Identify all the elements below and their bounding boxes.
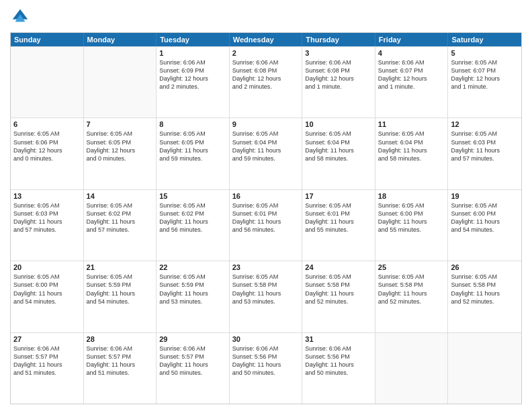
calendar-body: 1Sunrise: 6:06 AMSunset: 6:09 PMDaylight… <box>11 46 521 404</box>
header-day-tuesday: Tuesday <box>157 33 230 46</box>
day-number: 16 <box>232 192 300 200</box>
day-number: 26 <box>451 263 519 271</box>
calendar-cell: 16Sunrise: 6:05 AMSunset: 6:01 PMDayligh… <box>230 190 303 261</box>
day-number: 8 <box>159 120 226 128</box>
calendar-cell: 6Sunrise: 6:05 AMSunset: 6:06 PMDaylight… <box>11 118 84 189</box>
cell-sun-info: Sunrise: 6:06 AMSunset: 5:57 PMDaylight:… <box>13 345 81 377</box>
calendar-week-2: 6Sunrise: 6:05 AMSunset: 6:06 PMDaylight… <box>11 118 521 189</box>
calendar-cell <box>448 333 521 404</box>
day-number: 3 <box>305 49 372 57</box>
header-day-wednesday: Wednesday <box>230 33 303 46</box>
header-day-monday: Monday <box>84 33 157 46</box>
calendar-cell: 11Sunrise: 6:05 AMSunset: 6:04 PMDayligh… <box>375 118 449 189</box>
day-number: 31 <box>305 335 372 343</box>
logo <box>10 7 33 27</box>
cell-sun-info: Sunrise: 6:05 AMSunset: 5:58 PMDaylight:… <box>305 273 372 306</box>
calendar-cell: 1Sunrise: 6:06 AMSunset: 6:09 PMDaylight… <box>157 47 230 118</box>
day-number: 11 <box>378 120 445 128</box>
calendar-cell: 27Sunrise: 6:06 AMSunset: 5:57 PMDayligh… <box>11 333 84 404</box>
calendar-cell: 25Sunrise: 6:05 AMSunset: 5:58 PMDayligh… <box>375 261 449 332</box>
cell-sun-info: Sunrise: 6:05 AMSunset: 6:04 PMDaylight:… <box>305 130 372 163</box>
cell-sun-info: Sunrise: 6:05 AMSunset: 6:05 PMDaylight:… <box>87 130 154 163</box>
header-day-sunday: Sunday <box>11 33 84 46</box>
header-day-friday: Friday <box>375 33 449 46</box>
cell-sun-info: Sunrise: 6:06 AMSunset: 6:07 PMDaylight:… <box>378 58 445 91</box>
day-number: 19 <box>451 192 519 200</box>
day-number: 30 <box>232 335 300 343</box>
cell-sun-info: Sunrise: 6:05 AMSunset: 6:04 PMDaylight:… <box>378 130 445 163</box>
calendar-cell: 4Sunrise: 6:06 AMSunset: 6:07 PMDaylight… <box>375 47 449 118</box>
cell-sun-info: Sunrise: 6:05 AMSunset: 6:01 PMDaylight:… <box>305 201 372 234</box>
day-number: 15 <box>159 192 226 200</box>
calendar-cell: 20Sunrise: 6:05 AMSunset: 6:00 PMDayligh… <box>11 261 84 332</box>
day-number: 1 <box>159 49 226 57</box>
cell-sun-info: Sunrise: 6:06 AMSunset: 6:09 PMDaylight:… <box>159 58 226 91</box>
day-number: 10 <box>305 120 372 128</box>
cell-sun-info: Sunrise: 6:06 AMSunset: 6:08 PMDaylight:… <box>232 58 300 91</box>
calendar-cell: 26Sunrise: 6:05 AMSunset: 5:58 PMDayligh… <box>448 261 521 332</box>
calendar-cell: 31Sunrise: 6:06 AMSunset: 5:56 PMDayligh… <box>302 333 375 404</box>
calendar-cell: 21Sunrise: 6:05 AMSunset: 5:59 PMDayligh… <box>84 261 157 332</box>
calendar-cell: 30Sunrise: 6:06 AMSunset: 5:56 PMDayligh… <box>230 333 303 404</box>
day-number: 13 <box>13 192 81 200</box>
calendar-cell: 10Sunrise: 6:05 AMSunset: 6:04 PMDayligh… <box>302 118 375 189</box>
day-number: 18 <box>378 192 445 200</box>
cell-sun-info: Sunrise: 6:05 AMSunset: 5:58 PMDaylight:… <box>378 273 445 306</box>
calendar-cell: 18Sunrise: 6:05 AMSunset: 6:00 PMDayligh… <box>375 190 449 261</box>
cell-sun-info: Sunrise: 6:05 AMSunset: 6:02 PMDaylight:… <box>87 201 154 234</box>
cell-sun-info: Sunrise: 6:06 AMSunset: 5:57 PMDaylight:… <box>87 345 154 377</box>
day-number: 22 <box>159 263 226 271</box>
calendar-cell: 7Sunrise: 6:05 AMSunset: 6:05 PMDaylight… <box>84 118 157 189</box>
cell-sun-info: Sunrise: 6:05 AMSunset: 6:06 PMDaylight:… <box>13 130 81 163</box>
cell-sun-info: Sunrise: 6:05 AMSunset: 6:00 PMDaylight:… <box>451 201 519 234</box>
cell-sun-info: Sunrise: 6:06 AMSunset: 5:57 PMDaylight:… <box>159 345 226 377</box>
calendar-header: SundayMondayTuesdayWednesdayThursdayFrid… <box>11 33 521 46</box>
day-number: 4 <box>378 49 445 57</box>
cell-sun-info: Sunrise: 6:06 AMSunset: 5:56 PMDaylight:… <box>232 345 300 377</box>
cell-sun-info: Sunrise: 6:05 AMSunset: 6:00 PMDaylight:… <box>378 201 445 234</box>
calendar-cell: 12Sunrise: 6:05 AMSunset: 6:03 PMDayligh… <box>448 118 521 189</box>
calendar-cell: 13Sunrise: 6:05 AMSunset: 6:03 PMDayligh… <box>11 190 84 261</box>
day-number: 12 <box>451 120 519 128</box>
day-number: 29 <box>159 335 226 343</box>
cell-sun-info: Sunrise: 6:05 AMSunset: 6:01 PMDaylight:… <box>232 201 300 234</box>
page: SundayMondayTuesdayWednesdayThursdayFrid… <box>0 0 532 411</box>
day-number: 9 <box>232 120 300 128</box>
cell-sun-info: Sunrise: 6:05 AMSunset: 5:59 PMDaylight:… <box>159 273 226 306</box>
cell-sun-info: Sunrise: 6:05 AMSunset: 5:58 PMDaylight:… <box>232 273 300 306</box>
cell-sun-info: Sunrise: 6:05 AMSunset: 6:05 PMDaylight:… <box>159 130 226 163</box>
calendar-cell <box>84 47 157 118</box>
calendar-cell: 9Sunrise: 6:05 AMSunset: 6:04 PMDaylight… <box>230 118 303 189</box>
day-number: 2 <box>232 49 300 57</box>
header <box>10 7 522 27</box>
cell-sun-info: Sunrise: 6:06 AMSunset: 6:08 PMDaylight:… <box>305 58 372 91</box>
day-number: 24 <box>305 263 372 271</box>
day-number: 23 <box>232 263 300 271</box>
calendar-cell: 15Sunrise: 6:05 AMSunset: 6:02 PMDayligh… <box>157 190 230 261</box>
day-number: 7 <box>87 120 154 128</box>
cell-sun-info: Sunrise: 6:05 AMSunset: 6:00 PMDaylight:… <box>13 273 81 306</box>
day-number: 21 <box>87 263 154 271</box>
calendar-cell: 24Sunrise: 6:05 AMSunset: 5:58 PMDayligh… <box>302 261 375 332</box>
calendar-week-5: 27Sunrise: 6:06 AMSunset: 5:57 PMDayligh… <box>11 332 521 404</box>
calendar-cell <box>11 47 84 118</box>
cell-sun-info: Sunrise: 6:05 AMSunset: 6:03 PMDaylight:… <box>13 201 81 234</box>
day-number: 27 <box>13 335 81 343</box>
calendar-week-1: 1Sunrise: 6:06 AMSunset: 6:09 PMDaylight… <box>11 46 521 118</box>
calendar-cell <box>375 333 449 404</box>
day-number: 25 <box>378 263 445 271</box>
calendar-cell: 19Sunrise: 6:05 AMSunset: 6:00 PMDayligh… <box>448 190 521 261</box>
calendar-cell: 28Sunrise: 6:06 AMSunset: 5:57 PMDayligh… <box>84 333 157 404</box>
calendar-cell: 17Sunrise: 6:05 AMSunset: 6:01 PMDayligh… <box>302 190 375 261</box>
day-number: 20 <box>13 263 81 271</box>
day-number: 17 <box>305 192 372 200</box>
calendar-cell: 5Sunrise: 6:05 AMSunset: 6:07 PMDaylight… <box>448 47 521 118</box>
calendar-cell: 8Sunrise: 6:05 AMSunset: 6:05 PMDaylight… <box>157 118 230 189</box>
calendar-cell: 14Sunrise: 6:05 AMSunset: 6:02 PMDayligh… <box>84 190 157 261</box>
cell-sun-info: Sunrise: 6:05 AMSunset: 6:03 PMDaylight:… <box>451 130 519 163</box>
calendar: SundayMondayTuesdayWednesdayThursdayFrid… <box>10 32 522 404</box>
logo-icon <box>10 7 30 27</box>
day-number: 5 <box>451 49 519 57</box>
cell-sun-info: Sunrise: 6:05 AMSunset: 6:04 PMDaylight:… <box>232 130 300 163</box>
day-number: 14 <box>87 192 154 200</box>
